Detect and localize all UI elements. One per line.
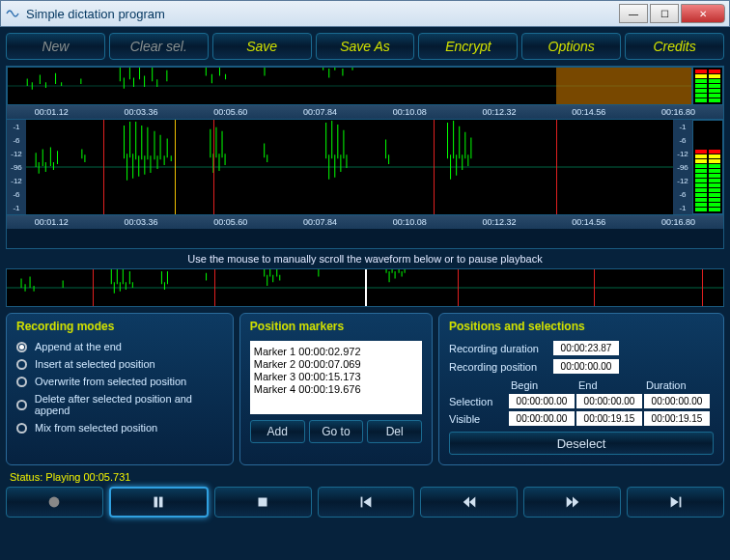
db-tick: -6 bbox=[13, 190, 19, 199]
selection-begin-value: 00:00:00.00 bbox=[509, 394, 575, 408]
waveform-scroll-strip[interactable] bbox=[6, 268, 724, 307]
marker-line bbox=[556, 120, 557, 214]
position-markers-panel: Position markers Marker 1 00:00:02.972Ma… bbox=[239, 313, 433, 465]
clear-selection-button[interactable]: Clear sel. bbox=[109, 33, 209, 60]
pause-button[interactable] bbox=[109, 487, 209, 518]
svg-rect-7 bbox=[361, 497, 363, 508]
skip-end-button[interactable] bbox=[627, 487, 724, 518]
level-meter bbox=[692, 67, 723, 105]
svg-marker-12 bbox=[573, 497, 578, 508]
svg-marker-13 bbox=[670, 497, 678, 508]
recording-mode-option[interactable]: Mix from selected position bbox=[16, 422, 223, 434]
positions-title: Positions and selections bbox=[449, 320, 714, 333]
ruler-tick: 00:14.56 bbox=[545, 107, 634, 117]
credits-button[interactable]: Credits bbox=[625, 33, 724, 60]
marker-line bbox=[594, 269, 595, 306]
ruler-tick: 00:16.80 bbox=[633, 217, 723, 227]
scroll-cursor bbox=[365, 269, 367, 306]
recording-mode-label: Overwrite from selected position bbox=[35, 376, 186, 387]
begin-header: Begin bbox=[511, 379, 576, 391]
window-minimize-button[interactable]: — bbox=[619, 4, 648, 23]
app-icon bbox=[5, 6, 20, 21]
recording-mode-option[interactable]: Delete after selected position and appen… bbox=[16, 393, 223, 416]
marker-line bbox=[702, 269, 703, 306]
marker-item[interactable]: Marker 1 00:00:02.972 bbox=[254, 346, 418, 357]
forward-button[interactable] bbox=[523, 487, 621, 518]
marker-item[interactable]: Marker 3 00:00:15.173 bbox=[254, 371, 418, 382]
db-scale-right: -1-6-12-96-12-6-1 bbox=[673, 120, 692, 214]
marker-line bbox=[103, 120, 104, 214]
recording-duration-value: 00:00:23.87 bbox=[553, 341, 619, 355]
time-ruler-top: 00:01.1200:03.3600:05.6000:07.8400:10.08… bbox=[7, 105, 723, 119]
radio-icon bbox=[16, 342, 27, 352]
record-button[interactable] bbox=[6, 487, 103, 518]
marker-line bbox=[458, 269, 459, 306]
stop-button[interactable] bbox=[214, 487, 312, 518]
waveform-overview[interactable] bbox=[7, 67, 692, 105]
db-tick: -12 bbox=[677, 150, 688, 158]
options-button[interactable]: Options bbox=[521, 33, 621, 60]
main-toolbar: New Clear sel. Save Save As Encrypt Opti… bbox=[6, 33, 724, 60]
radio-icon bbox=[16, 359, 27, 370]
recording-mode-option[interactable]: Overwrite from selected position bbox=[16, 376, 223, 387]
svg-rect-6 bbox=[259, 498, 267, 507]
ruler-tick: 00:07.84 bbox=[275, 107, 365, 117]
transport-bar bbox=[6, 487, 724, 518]
deselect-button[interactable]: Deselect bbox=[449, 432, 714, 455]
svg-rect-4 bbox=[154, 497, 158, 508]
save-button[interactable]: Save bbox=[212, 33, 312, 60]
new-button[interactable]: New bbox=[6, 33, 105, 60]
db-tick: -1 bbox=[679, 204, 686, 212]
svg-marker-11 bbox=[566, 497, 572, 508]
position-markers-title: Position markers bbox=[250, 320, 422, 333]
marker-item[interactable]: Marker 4 00:00:19.676 bbox=[254, 383, 418, 395]
selection-row-label: Selection bbox=[449, 396, 509, 407]
marker-line bbox=[93, 269, 94, 306]
window-close-button[interactable]: ✕ bbox=[681, 4, 725, 23]
rewind-button[interactable] bbox=[420, 487, 518, 518]
marker-list[interactable]: Marker 1 00:00:02.972Marker 2 00:00:07.0… bbox=[250, 341, 422, 414]
positions-panel: Positions and selections Recording durat… bbox=[438, 313, 724, 465]
svg-point-3 bbox=[49, 497, 60, 508]
ruler-tick: 00:03.36 bbox=[97, 107, 186, 117]
svg-rect-5 bbox=[159, 497, 163, 508]
window-maximize-button[interactable]: ☐ bbox=[650, 4, 679, 23]
ruler-tick: 00:05.60 bbox=[186, 107, 276, 117]
ruler-tick: 00:03.36 bbox=[97, 217, 186, 227]
marker-line bbox=[434, 120, 435, 214]
duration-header: Duration bbox=[646, 379, 712, 391]
marker-goto-button[interactable]: Go to bbox=[309, 420, 364, 443]
waveform-detail[interactable] bbox=[26, 120, 673, 214]
db-tick: -12 bbox=[11, 150, 22, 158]
scroll-hint-text: Use the mouse to manually scroll the wav… bbox=[6, 253, 724, 265]
visible-begin-value: 00:00:00.00 bbox=[509, 411, 575, 426]
db-tick: -1 bbox=[679, 123, 686, 131]
marker-item[interactable]: Marker 2 00:00:07.069 bbox=[254, 358, 418, 370]
marker-line bbox=[213, 120, 214, 214]
svg-marker-8 bbox=[363, 497, 371, 508]
db-tick: -1 bbox=[13, 123, 19, 131]
level-meter-right bbox=[692, 120, 723, 214]
radio-icon bbox=[16, 400, 27, 410]
radio-icon bbox=[16, 423, 27, 434]
svg-marker-9 bbox=[463, 497, 469, 508]
save-as-button[interactable]: Save As bbox=[316, 33, 415, 60]
window-titlebar: Simple dictation program — ☐ ✕ bbox=[0, 0, 730, 27]
ruler-tick: 00:07.84 bbox=[275, 217, 365, 227]
selection-duration-value: 00:00:00.00 bbox=[644, 394, 710, 408]
visible-end-value: 00:00:19.15 bbox=[576, 411, 642, 426]
encrypt-button[interactable]: Encrypt bbox=[418, 33, 518, 60]
marker-delete-button[interactable]: Del bbox=[367, 420, 422, 443]
ruler-tick: 00:01.12 bbox=[7, 217, 97, 227]
ruler-tick: 00:10.08 bbox=[365, 217, 455, 227]
skip-start-button[interactable] bbox=[318, 487, 415, 518]
db-tick: -12 bbox=[677, 177, 688, 185]
ruler-tick: 00:01.12 bbox=[7, 107, 97, 117]
recording-mode-option[interactable]: Append at the end bbox=[16, 341, 223, 352]
ruler-tick: 00:05.60 bbox=[186, 217, 276, 227]
svg-marker-10 bbox=[469, 497, 475, 508]
recording-mode-option[interactable]: Insert at selected position bbox=[16, 358, 223, 370]
recording-mode-label: Mix from selected position bbox=[35, 422, 157, 434]
ruler-tick: 00:14.56 bbox=[545, 217, 634, 227]
marker-add-button[interactable]: Add bbox=[250, 420, 305, 443]
